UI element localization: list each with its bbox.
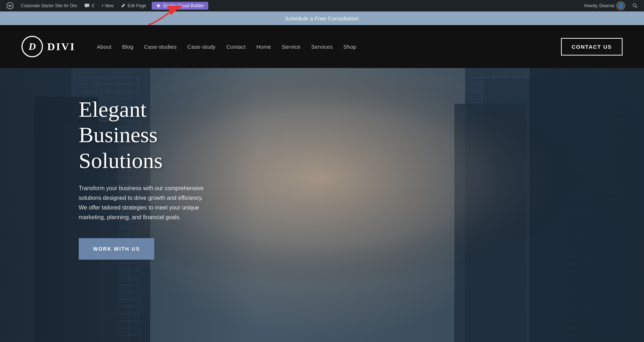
hero-content: Elegant Business Solutions Transform you… [0,68,286,281]
announcement-text: Schedule a Free Consultation [285,15,359,21]
enable-visual-builder-button[interactable]: Enable Visual Builder [152,2,208,10]
nav-link-home[interactable]: Home [256,44,271,50]
nav-links: About Blog Case-studies Case-study Conta… [97,44,561,50]
nav-link-services[interactable]: Services [311,44,333,50]
logo-text: DIVI [47,40,75,53]
nav-link-case-studies[interactable]: Case-studies [144,44,177,50]
logo[interactable]: D DIVI [21,36,75,57]
site-name-button[interactable]: Corporate Starter Site for Divi [17,0,80,11]
svg-text:👤: 👤 [618,3,624,8]
svg-line-7 [636,6,637,8]
edit-page-button[interactable]: Edit Page [117,0,150,11]
svg-text:W: W [8,4,12,8]
nav-link-case-study[interactable]: Case-study [187,44,216,50]
search-button[interactable] [629,0,641,11]
svg-point-6 [633,4,636,6]
svg-point-3 [158,5,160,7]
wp-logo-button[interactable]: W [3,0,17,11]
nav-link-shop[interactable]: Shop [343,44,356,50]
hero-subtitle: Transform your business with our compreh… [79,183,208,222]
hero-section: Elegant Business Solutions Transform you… [0,68,644,342]
right-buildings [465,68,644,342]
logo-icon: D [21,36,43,57]
admin-bar: W Corporate Starter Site for Divi 0 + Ne… [0,0,644,11]
hero-title: Elegant Business Solutions [79,97,208,173]
nav-link-service[interactable]: Service [282,44,301,50]
navigation: D DIVI About Blog Case-studies Case-stud… [0,25,644,68]
new-content-button[interactable]: + New [98,0,117,11]
nav-link-blog[interactable]: Blog [122,44,133,50]
contact-us-button[interactable]: CONTACT US [561,38,623,56]
announcement-bar[interactable]: Schedule a Free Consultation [0,11,644,25]
work-with-us-button[interactable]: WORK WITH US [79,238,154,260]
nav-link-about[interactable]: About [97,44,112,50]
nav-link-contact[interactable]: Contact [226,44,246,50]
comments-button[interactable]: 0 [80,0,98,11]
howdy-user-button[interactable]: Howdy, Deanna 👤 [581,0,629,11]
